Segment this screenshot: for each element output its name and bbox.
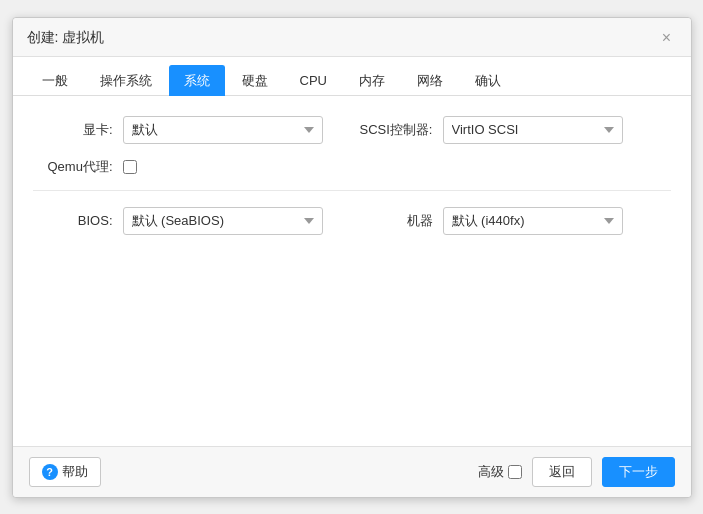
help-icon: ? bbox=[42, 464, 58, 480]
help-label: 帮助 bbox=[62, 463, 88, 481]
next-button[interactable]: 下一步 bbox=[602, 457, 675, 487]
tab-cpu[interactable]: CPU bbox=[285, 66, 342, 94]
qemu-proxy-label: Qemu代理: bbox=[33, 158, 123, 176]
close-button[interactable]: × bbox=[657, 28, 677, 48]
advanced-label: 高级 bbox=[478, 463, 504, 481]
footer-left: ? 帮助 bbox=[29, 457, 101, 487]
machine-control: 默认 (i440fx) bbox=[443, 207, 623, 235]
bios-row: BIOS: 默认 (SeaBIOS) 机器 默认 (i440fx) bbox=[33, 207, 671, 235]
divider bbox=[33, 190, 671, 191]
footer-right: 高级 返回 下一步 bbox=[478, 457, 675, 487]
qemu-proxy-checkbox-wrap bbox=[123, 160, 137, 174]
scsi-controller-label: SCSI控制器: bbox=[353, 121, 443, 139]
scsi-controller-select[interactable]: VirtIO SCSI bbox=[443, 116, 623, 144]
bios-control: 默认 (SeaBIOS) bbox=[123, 207, 323, 235]
display-card-label: 显卡: bbox=[33, 121, 123, 139]
tab-os[interactable]: 操作系统 bbox=[85, 65, 167, 96]
advanced-checkbox[interactable] bbox=[508, 465, 522, 479]
bios-label: BIOS: bbox=[33, 213, 123, 228]
dialog-body: 显卡: 默认 SCSI控制器: VirtIO SCSI Qemu代理: bbox=[13, 96, 691, 446]
tab-network[interactable]: 网络 bbox=[402, 65, 458, 96]
qemu-proxy-checkbox[interactable] bbox=[123, 160, 137, 174]
scsi-controller-control: VirtIO SCSI bbox=[443, 116, 623, 144]
scsi-controller-group: SCSI控制器: VirtIO SCSI bbox=[353, 116, 623, 144]
bios-select[interactable]: 默认 (SeaBIOS) bbox=[123, 207, 323, 235]
dialog-footer: ? 帮助 高级 返回 下一步 bbox=[13, 446, 691, 497]
tab-general[interactable]: 一般 bbox=[27, 65, 83, 96]
advanced-wrap: 高级 bbox=[478, 463, 522, 481]
tab-memory[interactable]: 内存 bbox=[344, 65, 400, 96]
tab-confirm[interactable]: 确认 bbox=[460, 65, 516, 96]
create-vm-dialog: 创建: 虚拟机 × 一般 操作系统 系统 硬盘 CPU 内存 网络 确认 显卡:… bbox=[12, 17, 692, 498]
machine-label: 机器 bbox=[353, 212, 443, 230]
display-card-select[interactable]: 默认 bbox=[123, 116, 323, 144]
qemu-proxy-row: Qemu代理: bbox=[33, 158, 671, 176]
dialog-header: 创建: 虚拟机 × bbox=[13, 18, 691, 57]
machine-group: 机器 默认 (i440fx) bbox=[353, 207, 623, 235]
help-button[interactable]: ? 帮助 bbox=[29, 457, 101, 487]
dialog-title: 创建: 虚拟机 bbox=[27, 29, 105, 47]
tab-disk[interactable]: 硬盘 bbox=[227, 65, 283, 96]
back-button[interactable]: 返回 bbox=[532, 457, 592, 487]
machine-select[interactable]: 默认 (i440fx) bbox=[443, 207, 623, 235]
tab-system[interactable]: 系统 bbox=[169, 65, 225, 96]
display-card-row: 显卡: 默认 SCSI控制器: VirtIO SCSI bbox=[33, 116, 671, 144]
tab-bar: 一般 操作系统 系统 硬盘 CPU 内存 网络 确认 bbox=[13, 57, 691, 96]
display-card-control: 默认 bbox=[123, 116, 323, 144]
